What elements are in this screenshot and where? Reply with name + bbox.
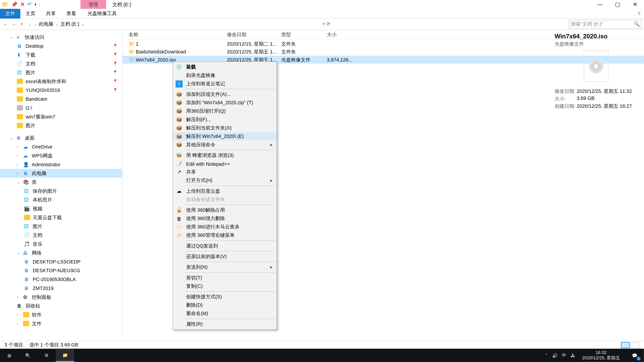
up-button[interactable]: ↑ — [26, 21, 34, 27]
volume-icon[interactable]: 🔊 — [552, 353, 558, 358]
menu-baidu-upload[interactable]: ☁上传到百度云盘 — [173, 187, 276, 195]
tab-file[interactable]: 文件 — [0, 8, 20, 18]
nav-documents[interactable]: 📄文档📍 — [0, 59, 122, 68]
crumb-location[interactable]: 文档 (E:) — [58, 21, 81, 27]
explorer-taskbar-button[interactable]: 📁 — [56, 349, 74, 362]
menu-extract-here[interactable]: 📦解压到当前文件夹(X) — [173, 124, 276, 132]
ime-indicator[interactable]: 中 — [562, 352, 566, 359]
nav-saved-pics[interactable]: 🖼保存的图片 — [0, 187, 122, 195]
nav-network[interactable]: ⌄🖧网络 — [0, 248, 122, 257]
menu-open-360zip[interactable]: 📦用360压缩打开(Q) — [173, 107, 276, 115]
chevron-icon[interactable]: › — [55, 21, 58, 27]
col-date[interactable]: 修改日期 — [227, 31, 281, 38]
menu-360-forcedel[interactable]: 🗑使用 360强力删除 — [173, 214, 276, 223]
menu-notepadpp[interactable]: 📝Edit with Notepad++ — [173, 160, 276, 168]
nav-downloads[interactable]: ⬇下载📍 — [0, 50, 122, 59]
qat-dropdown-icon[interactable]: ▾ — [34, 2, 36, 6]
menu-add-archive[interactable]: 📦添加到压缩文件(A)... — [173, 90, 276, 98]
nav-bandicam[interactable]: Bandicam — [0, 94, 122, 103]
tab-home[interactable]: 主页 — [20, 8, 40, 18]
menu-qq-send[interactable]: 通过QQ发送到 — [173, 242, 276, 250]
menu-bee-browser[interactable]: 🐝用 蜂蜜浏览器 浏览(3) — [173, 151, 276, 160]
action-center-button[interactable]: 💬3 — [627, 349, 642, 362]
nav-control-panel[interactable]: ›⚙控制面板 — [0, 293, 122, 302]
minimize-button[interactable]: — — [591, 1, 608, 7]
nav-libraries[interactable]: ⌄📚库 — [0, 178, 122, 187]
search-icon[interactable]: 🔍 — [634, 21, 640, 27]
menu-360-unlock[interactable]: 🔓使用 360解除占用 — [173, 206, 276, 214]
pin-icon[interactable]: 📌 — [11, 1, 18, 7]
task-view-button[interactable]: ⧉ — [37, 349, 56, 362]
menu-burn[interactable]: 刻录光盘映像 — [173, 71, 276, 80]
delete-icon[interactable]: ✕ — [20, 1, 25, 7]
menu-open-with[interactable]: 打开方式(H)▸ — [173, 176, 276, 185]
menu-send-to[interactable]: 发送到(N)▸ — [173, 263, 276, 271]
tab-share[interactable]: 共享 — [41, 8, 61, 18]
menu-restore-versions[interactable]: 还原以前的版本(V) — [173, 252, 276, 261]
nav-quick-access[interactable]: ⌄★快速访问 — [0, 33, 122, 41]
nav-pc1[interactable]: 🖥DESKTOP-LSSOEDP — [0, 257, 122, 266]
menu-extract-folder[interactable]: 📦解压到 Win7x64_2020\ (E) — [173, 132, 276, 140]
nav-desktop[interactable]: 🖥Desktop📍 — [0, 41, 122, 50]
contextual-tab-manage[interactable]: 管理 — [80, 0, 106, 9]
menu-cut[interactable]: 剪切(T) — [173, 274, 276, 282]
view-details-button[interactable] — [621, 342, 630, 348]
nav-excel[interactable]: excel表格制作求和📍 — [0, 77, 122, 86]
nav-doc2[interactable]: 📄文档 — [0, 231, 122, 240]
nav-pics2[interactable]: 图片 — [0, 121, 122, 130]
view-icons-button[interactable] — [630, 342, 640, 348]
menu-create-shortcut[interactable]: 创建快捷方式(S) — [173, 293, 276, 301]
menu-copy[interactable]: 复制(C) — [173, 282, 276, 290]
menu-360-manage[interactable]: ⚙使用 360管理右键菜单 — [173, 231, 276, 240]
nav-gdrive[interactable]: G:\ — [0, 103, 122, 112]
nav-wps[interactable]: ›☁WPS网盘 — [0, 151, 122, 160]
menu-add-zip[interactable]: 📦添加到 "Win7x64_2020.zip" (T) — [173, 98, 276, 107]
menu-mount[interactable]: 💿装载 — [173, 63, 276, 71]
chevron-icon[interactable]: › — [34, 21, 37, 27]
nav-pc4[interactable]: 🖥ZMT2019 — [0, 284, 122, 293]
back-button[interactable]: ← — [2, 21, 10, 27]
tab-disc-tools[interactable]: 光盘映像工具 — [82, 8, 122, 18]
nav-pc2[interactable]: 🖥DESKTOP-NJEU3CG — [0, 266, 122, 275]
search-button[interactable]: 🔍 — [18, 349, 37, 362]
menu-delete[interactable]: 删除(D) — [173, 301, 276, 309]
nav-local-pics[interactable]: 🖼本机照片 — [0, 195, 122, 204]
nav-software[interactable]: ›软件 — [0, 310, 122, 319]
tab-view[interactable]: 查看 — [61, 8, 81, 18]
nav-files[interactable]: ›文件 — [0, 319, 122, 328]
col-name[interactable]: 名称 — [129, 31, 227, 38]
menu-extract-to[interactable]: 📦解压到(F)... — [173, 115, 276, 124]
recent-dropdown[interactable]: ▾ — [18, 22, 26, 26]
nav-music[interactable]: 🎵音乐 — [0, 240, 122, 248]
nav-recycle[interactable]: 🗑回收站 — [0, 301, 122, 310]
address-dropdown-icon[interactable]: ▾ — [323, 22, 325, 26]
col-size[interactable]: 大小 — [327, 31, 353, 38]
help-icon[interactable]: ? — [638, 11, 644, 16]
nav-onedrive[interactable]: ›☁OneDrive — [0, 142, 122, 151]
tray-overflow-icon[interactable]: ˄ — [546, 353, 548, 358]
nav-win7r[interactable]: win7重装win7 — [0, 112, 122, 121]
menu-youdao[interactable]: Y上传到有道云笔记 — [173, 80, 276, 88]
menu-rename[interactable]: 重命名(M) — [173, 309, 276, 318]
nav-admin[interactable]: ›👤Administrator — [0, 160, 122, 169]
nav-pc3[interactable]: 🖥PC-20190530OBLA — [0, 275, 122, 284]
menu-360-scan[interactable]: 🛡使用 360进行木马云查杀 — [173, 223, 276, 231]
maximize-button[interactable]: ▢ — [608, 1, 626, 7]
nav-pictures[interactable]: 🖼图片📍 — [0, 68, 122, 77]
network-icon[interactable]: 🖧 — [571, 353, 575, 358]
crumb-this-pc[interactable]: 此电脑 — [37, 21, 55, 27]
undo-icon[interactable]: ↶ — [27, 1, 32, 7]
menu-properties[interactable]: 属性(R) — [173, 320, 276, 328]
nav-desk[interactable]: ⌄🖥桌面 — [0, 133, 122, 142]
start-button[interactable]: ⊞ — [0, 349, 18, 362]
menu-other-compress[interactable]: 📦其他压缩命令▸ — [173, 141, 276, 149]
nav-video[interactable]: 🎬视频 — [0, 204, 122, 213]
menu-share[interactable]: ↗共享 — [173, 168, 276, 176]
taskbar-clock[interactable]: 16:32 2020/12/25, 星期五 — [580, 349, 623, 362]
refresh-icon[interactable]: ⟳ — [326, 21, 330, 27]
nav-yunqishi[interactable]: YUNQISHI2019📍 — [0, 86, 122, 95]
nav-tianyi[interactable]: 天翼云盘下载 — [0, 213, 122, 222]
forward-button[interactable]: → — [10, 21, 18, 27]
nav-pic3[interactable]: 🖼图片 — [0, 222, 122, 231]
nav-this-pc[interactable]: ›🖥此电脑 — [0, 169, 122, 178]
